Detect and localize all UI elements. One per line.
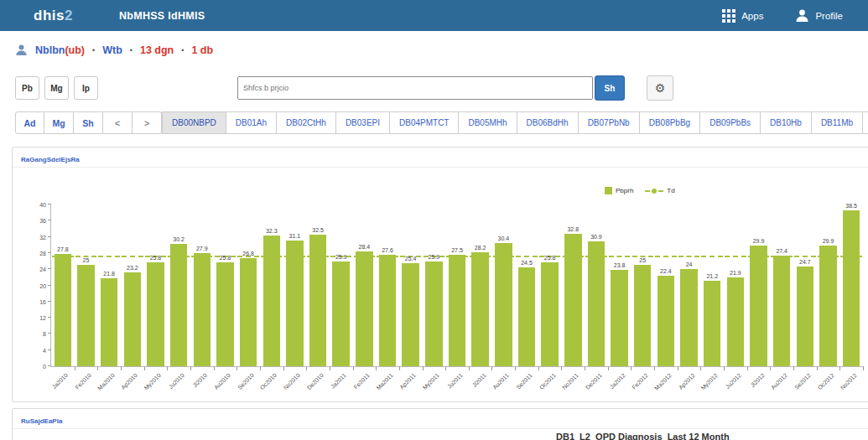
data-bar[interactable]: [402, 263, 418, 366]
profile-menu[interactable]: Profile: [795, 8, 843, 23]
bar-value-label: 38.5: [835, 203, 868, 209]
chart2-title: DB1_L2_OPD Diagnosis_Last 12 Month: [556, 432, 730, 440]
tab-action-ad[interactable]: Ad: [15, 111, 44, 134]
settings-button[interactable]: ⚙: [647, 75, 673, 101]
x-axis-label: Ja2012: [608, 372, 626, 390]
dashboard-toolbar: PbMgIp Sh ⚙: [15, 75, 862, 101]
app-header: dhis2 NbMHSS IdHMIS Apps Profile: [0, 0, 868, 31]
data-bar[interactable]: [843, 210, 860, 366]
dhis2-logo[interactable]: dhis2: [34, 8, 73, 24]
prev-tabs-button[interactable]: <: [103, 111, 133, 134]
dashboard-tab-db00nbpd[interactable]: DB00NBPD: [162, 111, 226, 134]
dashboard-tab-db11mb[interactable]: DB11Mb: [812, 111, 863, 134]
dashboard-tab-db01ah[interactable]: DB01Ah: [226, 111, 277, 134]
x-axis-label: Ap2012: [678, 372, 696, 391]
toolbar-button-ip[interactable]: Ip: [74, 76, 98, 100]
x-axis-label: Ap2010: [120, 372, 138, 391]
target-dash: [725, 256, 746, 257]
legend-item-bars[interactable]: Pbprh: [605, 187, 633, 194]
panel1-links[interactable]: RaGangSdelEjsRa: [21, 156, 80, 163]
data-bar[interactable]: [124, 272, 141, 366]
data-bar[interactable]: [657, 276, 674, 366]
data-bar[interactable]: [309, 235, 326, 366]
data-bar[interactable]: [77, 265, 94, 366]
user-name-link[interactable]: Nblbn(ub): [35, 44, 85, 56]
bar-slot: 21.9: [724, 204, 747, 366]
alert-item[interactable]: 1 db: [191, 44, 213, 56]
dashboard-tab-db03epi[interactable]: DB03EPI: [336, 111, 390, 134]
data-bar[interactable]: [101, 278, 117, 366]
panel2-links-row: RuSajdEaPla: [13, 409, 868, 429]
data-bar[interactable]: [286, 241, 303, 366]
data-bar[interactable]: [588, 241, 605, 366]
dashboard-tab-db07pbnb[interactable]: DB07PbNb: [579, 111, 640, 134]
dashboard-tab-db05mhh[interactable]: DB05MHh: [459, 111, 517, 134]
bar-slot: 21.8: [97, 204, 121, 366]
dashboard-tab-db04pmtct[interactable]: DB04PMTCT: [390, 111, 459, 134]
chart-panel-1: RaGangSdelEjsRa Pbprh Td 048121620242832…: [12, 147, 868, 402]
header-actions: Apps Profile: [722, 0, 843, 31]
bar-slot: 25.9: [423, 204, 446, 366]
data-bar[interactable]: [471, 252, 488, 366]
toolbar-button-mg[interactable]: Mg: [44, 76, 69, 100]
bar-slot: 30.4: [491, 204, 515, 366]
dashboard-tab-db08pbbg[interactable]: DB08PbBg: [640, 111, 700, 134]
apps-menu[interactable]: Apps: [722, 9, 763, 23]
instance-title: NbMHSS IdHMIS: [119, 10, 205, 22]
data-bar[interactable]: [541, 262, 558, 366]
dashboard-tab-d[interactable]: D: [863, 111, 868, 134]
x-axis-label: Ju2011: [446, 372, 464, 390]
data-bar[interactable]: [495, 243, 512, 366]
data-bar[interactable]: [240, 258, 257, 366]
target-dash: [678, 256, 699, 257]
panel2-links[interactable]: RuSajdEaPla: [21, 417, 62, 425]
data-bar[interactable]: [518, 267, 535, 366]
gear-icon: ⚙: [655, 81, 666, 95]
tab-action-mg[interactable]: Mg: [44, 111, 74, 134]
x-axis-label: Fe2012: [632, 372, 650, 391]
data-bar[interactable]: [147, 262, 164, 366]
data-bar[interactable]: [773, 256, 790, 366]
data-bar[interactable]: [216, 262, 233, 366]
dashboard-tab-db02cthh[interactable]: DB02CtHh: [277, 111, 336, 134]
data-bar[interactable]: [449, 255, 465, 366]
dashboard-tab-db06bdhh[interactable]: DB06BdHh: [517, 111, 579, 134]
bar-slot: 25.8: [144, 204, 168, 366]
data-bar[interactable]: [634, 265, 651, 366]
search-input[interactable]: [237, 76, 593, 100]
bar-slot: 38.5: [839, 204, 863, 366]
bar-slot: 23.2: [121, 204, 144, 366]
search-button[interactable]: Sh: [595, 75, 625, 101]
dashboard-tab-db10hb[interactable]: DB10Hb: [761, 111, 812, 134]
x-axis-labels: Ja2010Fe2010Ma2010Ap2010My2010Ju2010Jl20…: [50, 370, 863, 405]
data-bar[interactable]: [680, 269, 697, 366]
alert-days[interactable]: 13 dgn: [140, 44, 174, 56]
data-bar[interactable]: [819, 246, 836, 366]
profile-label: Profile: [815, 11, 843, 21]
next-tabs-button[interactable]: >: [133, 111, 162, 134]
data-bar[interactable]: [727, 277, 744, 366]
context-link[interactable]: Wtb: [102, 44, 122, 56]
data-bar[interactable]: [704, 281, 720, 366]
toolbar-button-pb[interactable]: Pb: [15, 76, 39, 100]
dashboard-tab-db09pbbs[interactable]: DB09PbBs: [700, 111, 761, 134]
data-bar[interactable]: [55, 254, 71, 366]
data-bar[interactable]: [332, 261, 349, 366]
bar-slot: 27.4: [770, 204, 793, 366]
bar-slot: 27.9: [190, 204, 214, 366]
tab-action-sh[interactable]: Sh: [74, 111, 103, 134]
data-bar[interactable]: [356, 251, 372, 366]
data-bar[interactable]: [564, 234, 581, 366]
data-bar[interactable]: [194, 253, 211, 366]
dashboard-tabs: DB00NBPDDB01AhDB02CtHhDB03EPIDB04PMTCTDB…: [162, 111, 868, 134]
chart-panel-2: RuSajdEaPla DB1_L2_OPD Diagnosis_Last 12…: [12, 408, 868, 440]
data-bar[interactable]: [170, 244, 187, 366]
data-bar[interactable]: [750, 246, 767, 366]
data-bar[interactable]: [611, 270, 627, 366]
target-dash: [446, 256, 467, 257]
data-bar[interactable]: [379, 255, 396, 366]
user-suffix: (ub): [65, 44, 85, 56]
data-bar[interactable]: [797, 267, 813, 366]
data-bar[interactable]: [425, 261, 442, 366]
legend-item-target[interactable]: Td: [645, 187, 674, 194]
